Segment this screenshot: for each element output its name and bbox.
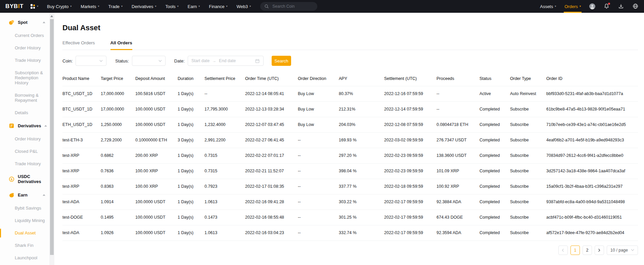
nav-item-buy-crypto[interactable]: Buy Crypto▾ bbox=[47, 4, 72, 9]
scrollbar-up-arrow-icon[interactable] bbox=[50, 15, 53, 17]
cell-order-type: Subscribe bbox=[510, 210, 546, 225]
nav-item-markets[interactable]: Markets▾ bbox=[81, 4, 99, 9]
nav-item-derivatives[interactable]: Derivatives▾ bbox=[132, 4, 156, 9]
column-header-deposit-amount: Deposit Amount bbox=[135, 71, 178, 86]
cell-settlement-utc: 2022-02-23 09:59:59 bbox=[384, 163, 436, 179]
nav-item-finance[interactable]: Finance▾ bbox=[209, 4, 227, 9]
chevron-down-icon: ▾ bbox=[198, 5, 200, 8]
orders-menu[interactable]: Orders ▾ bbox=[564, 0, 581, 13]
sidebar-item-trade-history[interactable]: Trade History bbox=[0, 54, 49, 67]
sidebar-section-label: Spot bbox=[18, 20, 28, 25]
cell-proceeds: 276.7347 USDT bbox=[436, 132, 479, 148]
chevron-down-icon: ▾ bbox=[249, 5, 251, 8]
products-grid-button[interactable]: ▾ bbox=[30, 4, 38, 9]
filter-bar: Coin: Status: Date: Start date → End dat… bbox=[62, 56, 638, 66]
nav-item-web3[interactable]: Web3▾ bbox=[237, 4, 251, 9]
column-header-order-id: Order ID bbox=[546, 71, 638, 86]
cell-target-price: 0.8363 bbox=[101, 179, 135, 194]
sidebar-item-liquidity-mining[interactable]: Liquidity Mining bbox=[0, 214, 49, 227]
sidebar-section-earn[interactable]: Earn bbox=[0, 188, 49, 202]
cell-order-type: Subscribe bbox=[510, 132, 546, 148]
tab-all-orders[interactable]: All Orders bbox=[110, 40, 132, 50]
cell-order-direction: -- bbox=[298, 148, 339, 163]
sidebar-scrollbar[interactable] bbox=[49, 13, 54, 265]
notifications-button[interactable] bbox=[604, 3, 610, 9]
table-row: test-ETH-32,729.20000.10000000 ETH3 Day(… bbox=[62, 132, 638, 148]
nav-item-trade[interactable]: Trade▾ bbox=[108, 4, 123, 9]
sidebar-section-derivatives[interactable]: Derivatives bbox=[0, 119, 49, 133]
avatar[interactable] bbox=[589, 3, 595, 9]
cell-settlement-price: 0.1473 bbox=[204, 210, 245, 225]
top-navigation-bar: BYBIT ▾ Buy Crypto▾Markets▾Trade▾Derivat… bbox=[0, 0, 644, 13]
cell-order-direction: -- bbox=[298, 210, 339, 225]
tab-effective-orders[interactable]: Effective Orders bbox=[62, 40, 95, 50]
cell-settlement-price: 2,991.2200 bbox=[204, 132, 245, 148]
chevron-down-icon: ▾ bbox=[555, 5, 556, 8]
sidebar-item-dual-asset[interactable]: Dual Asset bbox=[0, 227, 49, 239]
logo-text-2: T bbox=[20, 3, 24, 9]
status-select[interactable] bbox=[132, 56, 166, 66]
sidebar-item-order-history[interactable]: Order History bbox=[0, 42, 49, 54]
cell-order-id: 70834d97-2612-4cc6-9f41-a2dfecc8bbe0 bbox=[546, 148, 638, 163]
sidebar-item-subscription-redemption-history[interactable]: Subscription & Redemption History bbox=[0, 67, 49, 89]
cell-order-time-utc: 2022-02-27 06:41:45 bbox=[245, 132, 298, 148]
column-header-settlement-utc: Settlement (UTC) bbox=[384, 71, 436, 86]
arrow-right-icon: → bbox=[212, 58, 216, 63]
table-row: test-XRP0.8363100.00 XRP1 Day(s)0.792320… bbox=[62, 179, 638, 194]
sidebar-item-shark-fin[interactable]: Shark Fin bbox=[0, 239, 49, 252]
assets-menu[interactable]: Assets ▾ bbox=[540, 0, 556, 13]
sidebar-item-order-history[interactable]: Order History bbox=[0, 133, 49, 145]
language-button[interactable] bbox=[633, 3, 639, 9]
cell-order-direction: -- bbox=[298, 132, 339, 148]
sidebar-item-details[interactable]: Details bbox=[0, 106, 49, 119]
cell-status: Completed bbox=[479, 132, 510, 148]
logo-text: BYB bbox=[5, 3, 18, 9]
cell-settlement-utc: 2022-02-17 09:59:59 bbox=[384, 225, 436, 240]
cell-order-id: 4eaf06b2-a701-4e5f-b19b-a9ed948293c3 bbox=[546, 132, 638, 148]
sidebar-section-spot[interactable]: Spot bbox=[0, 15, 49, 29]
sidebar-section-label: USDC Derivatives bbox=[18, 174, 45, 184]
scrollbar-thumb[interactable] bbox=[50, 19, 54, 255]
search-button[interactable]: Search bbox=[272, 56, 291, 66]
chevron-right-icon bbox=[598, 249, 601, 252]
next-page-button[interactable] bbox=[595, 246, 604, 255]
cell-status: Completed bbox=[479, 148, 510, 163]
cell-settlement-utc: 2022-02-17 09:59:59 bbox=[384, 210, 436, 225]
chevron-down-icon: ▾ bbox=[177, 5, 179, 8]
cell-order-direction: -- bbox=[298, 179, 339, 194]
cell-target-price: 0.6862 bbox=[101, 148, 135, 163]
cell-product-name: test-DOGE bbox=[62, 210, 101, 225]
table-row: test-DOGE0.1495100.0000 USDT1 Day(s)0.14… bbox=[62, 210, 638, 225]
nav-item-tools[interactable]: Tools▾ bbox=[165, 4, 178, 9]
page-size-select[interactable]: 10 / page bbox=[607, 246, 638, 255]
sidebar-item-bybit-savings[interactable]: Bybit Savings bbox=[0, 202, 49, 214]
page-button-2[interactable]: 2 bbox=[583, 246, 592, 255]
cell-apy: 169.93 % bbox=[339, 132, 384, 148]
sidebar-item-closed-p-l[interactable]: Closed P&L bbox=[0, 145, 49, 158]
nav-item-earn[interactable]: Earn▾ bbox=[188, 4, 200, 9]
cell-deposit-amount: 0.10000000 ETH bbox=[135, 132, 178, 148]
nav-item-label: Earn bbox=[188, 4, 197, 9]
cell-order-time-utc: 2022-02-21 11:52:07 bbox=[245, 163, 298, 179]
date-range-input[interactable]: Start date → End date bbox=[188, 56, 264, 66]
cell-settlement-price: 17,795.3000 bbox=[204, 101, 245, 117]
cell-duration: 1 Day(s) bbox=[178, 86, 204, 101]
bybit-logo[interactable]: BYBIT bbox=[5, 3, 24, 10]
sidebar-item-trade-history[interactable]: Trade History bbox=[0, 158, 49, 170]
sidebar-item-current-orders[interactable]: Current Orders bbox=[0, 29, 49, 42]
search-input[interactable] bbox=[272, 4, 313, 9]
cell-order-type: Auto Reinvest bbox=[510, 86, 546, 101]
table-body: BTC_USDT_1D17,000.0000100.5816 USDT1 Day… bbox=[62, 86, 638, 240]
download-app-button[interactable] bbox=[618, 3, 624, 9]
cell-proceeds: -- bbox=[436, 101, 479, 117]
table-row: test-ADA1.0914100.0000 USDT1 Day(s)1.061… bbox=[62, 194, 638, 210]
prev-page-button[interactable] bbox=[558, 246, 568, 255]
search-box[interactable] bbox=[260, 2, 317, 11]
sidebar-item-borrowing-repayment[interactable]: Borrowing & Repayment bbox=[0, 89, 49, 106]
page-button-1[interactable]: 1 bbox=[570, 246, 580, 255]
calendar-icon[interactable] bbox=[255, 58, 260, 63]
sidebar-section-usdc-derivatives[interactable]: $USDC Derivatives bbox=[0, 170, 49, 188]
sidebar-item-launchpool[interactable]: Launchpool bbox=[0, 252, 49, 264]
cell-status: Completed bbox=[479, 179, 510, 194]
coin-select[interactable] bbox=[76, 56, 106, 66]
